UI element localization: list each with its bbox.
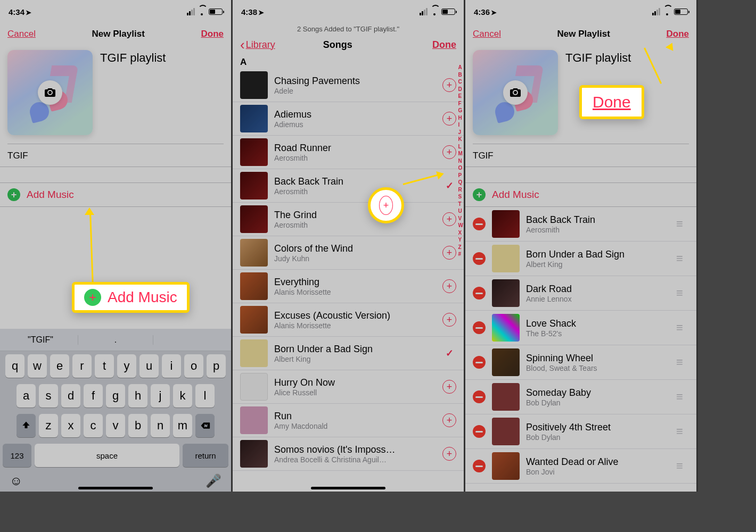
key-w[interactable]: w xyxy=(28,354,47,378)
key-g[interactable]: g xyxy=(106,384,125,408)
reorder-handle-icon[interactable]: ≡ xyxy=(676,425,689,438)
song-row[interactable]: Road RunnerAerosmith+ xyxy=(233,136,464,169)
camera-icon[interactable] xyxy=(38,80,62,105)
index-letter[interactable]: W xyxy=(458,222,463,229)
song-row[interactable]: AdiemusAdiemus+ xyxy=(233,102,464,136)
key-b[interactable]: b xyxy=(128,414,147,437)
num-key[interactable]: 123 xyxy=(3,444,31,467)
index-letter[interactable]: S xyxy=(458,193,463,201)
key-s[interactable]: s xyxy=(39,384,58,408)
playlist-song-row[interactable]: Born Under a Bad SignAlbert King≡ xyxy=(465,242,696,276)
playlist-song-row[interactable]: Wanted Dead or AliveBon Jovi≡ xyxy=(465,449,696,484)
key-o[interactable]: o xyxy=(184,354,203,378)
key-e[interactable]: e xyxy=(50,354,69,378)
key-q[interactable]: q xyxy=(5,354,24,378)
reorder-handle-icon[interactable]: ≡ xyxy=(676,355,689,369)
delete-song-button[interactable] xyxy=(473,390,486,403)
key-k[interactable]: k xyxy=(173,384,192,408)
delete-song-button[interactable] xyxy=(473,356,486,369)
playlist-artwork[interactable] xyxy=(7,50,93,135)
key-t[interactable]: t xyxy=(95,354,114,378)
index-letter[interactable]: D xyxy=(458,86,463,93)
song-row[interactable]: RunAmy Macdonald+ xyxy=(233,404,464,437)
add-music-button[interactable]: + Add Music xyxy=(465,183,696,207)
key-r[interactable]: r xyxy=(72,354,92,378)
index-letter[interactable]: F xyxy=(458,100,463,107)
key-p[interactable]: p xyxy=(207,354,226,378)
song-list[interactable]: Chasing PavementsAdele+AdiemusAdiemus+Ro… xyxy=(233,69,464,471)
index-letter[interactable]: A xyxy=(458,64,463,71)
index-letter[interactable]: Z xyxy=(458,244,463,251)
description-field[interactable]: TGIF xyxy=(465,144,696,167)
suggestion[interactable]: "TGIF" xyxy=(3,335,78,345)
index-letter[interactable]: Y xyxy=(458,236,463,244)
key-c[interactable]: c xyxy=(84,414,103,437)
home-indicator[interactable] xyxy=(311,487,385,489)
song-row[interactable]: Colors of the WindJudy Kuhn+ xyxy=(233,236,464,270)
index-letter[interactable]: P xyxy=(458,172,463,179)
delete-song-button[interactable] xyxy=(473,218,486,230)
add-song-button[interactable]: + xyxy=(442,212,456,226)
song-row[interactable]: Born Under a Bad SignAlbert King✓ xyxy=(233,337,464,370)
done-button[interactable]: Done xyxy=(432,39,456,51)
add-song-button[interactable]: + xyxy=(442,78,456,92)
delete-song-button[interactable] xyxy=(473,252,486,265)
suggestion-bar[interactable]: "TGIF" . . xyxy=(0,329,231,351)
song-row[interactable]: Hurry On NowAlice Russell+ xyxy=(233,370,464,404)
playlist-song-row[interactable]: Spinning WheelBlood, Sweat & Tears≡ xyxy=(465,345,696,380)
key-i[interactable]: i xyxy=(162,354,181,378)
add-song-button[interactable]: + xyxy=(442,246,456,260)
key-v[interactable]: v xyxy=(106,414,125,437)
reorder-handle-icon[interactable]: ≡ xyxy=(676,321,689,335)
add-music-button[interactable]: + Add Music xyxy=(0,183,231,207)
playlist-song-row[interactable]: Back Back TrainAerosmith≡ xyxy=(465,207,696,242)
song-row[interactable]: EverythingAlanis Morissette+ xyxy=(233,270,464,303)
delete-song-button[interactable] xyxy=(473,287,486,300)
add-song-button[interactable]: + xyxy=(442,145,456,159)
delete-song-button[interactable] xyxy=(473,460,486,472)
index-letter[interactable]: L xyxy=(458,143,463,151)
space-key[interactable]: space xyxy=(35,444,179,467)
song-row[interactable]: Somos novios (It's Imposs…Andrea Bocelli… xyxy=(233,437,464,471)
key-a[interactable]: a xyxy=(17,384,36,408)
add-song-button[interactable]: + xyxy=(442,112,456,126)
index-letter[interactable]: H xyxy=(458,114,463,122)
add-song-button[interactable]: + xyxy=(442,313,456,327)
key-z[interactable]: z xyxy=(39,414,58,437)
key-x[interactable]: x xyxy=(61,414,80,437)
reorder-handle-icon[interactable]: ≡ xyxy=(676,217,689,231)
return-key[interactable]: return xyxy=(183,444,228,467)
index-letter[interactable]: X xyxy=(458,229,463,237)
index-letter[interactable]: B xyxy=(458,71,463,79)
delete-key[interactable] xyxy=(195,414,215,437)
key-h[interactable]: h xyxy=(128,384,147,408)
song-row[interactable]: Chasing PavementsAdele+ xyxy=(233,69,464,102)
reorder-handle-icon[interactable]: ≡ xyxy=(676,459,689,473)
index-letter[interactable]: R xyxy=(458,186,463,194)
index-letter[interactable]: # xyxy=(458,251,463,258)
reorder-handle-icon[interactable]: ≡ xyxy=(676,286,689,300)
cancel-button[interactable]: Cancel xyxy=(473,29,501,39)
key-f[interactable]: f xyxy=(84,384,103,408)
keyboard[interactable]: "TGIF" . . qwertyuiop asdfghjkl zxcvbnm … xyxy=(0,329,231,492)
cancel-button[interactable]: Cancel xyxy=(7,29,36,39)
mic-key[interactable]: 🎤 xyxy=(206,473,221,488)
alphabet-index[interactable]: ABCDEFGHIJKLMNOPQRSTUVWXYZ# xyxy=(458,64,463,258)
song-row[interactable]: Back Back TrainAerosmith✓ xyxy=(233,169,464,203)
index-letter[interactable]: V xyxy=(458,215,463,222)
index-letter[interactable]: K xyxy=(458,136,463,143)
playlist-artwork[interactable] xyxy=(473,50,558,135)
delete-song-button[interactable] xyxy=(473,425,486,438)
index-letter[interactable]: O xyxy=(458,164,463,172)
playlist-title-field[interactable]: TGIF playlist xyxy=(565,50,631,65)
index-letter[interactable]: G xyxy=(458,107,463,114)
add-song-button[interactable]: + xyxy=(442,279,456,293)
key-u[interactable]: u xyxy=(139,354,159,378)
home-indicator[interactable] xyxy=(78,487,153,489)
add-song-button[interactable]: + xyxy=(442,413,456,427)
description-field[interactable]: TGIF xyxy=(0,144,231,167)
playlist-song-row[interactable]: Someday BabyBob Dylan≡ xyxy=(465,380,696,414)
key-d[interactable]: d xyxy=(61,384,80,408)
done-button[interactable]: Done xyxy=(666,29,689,39)
playlist-song-row[interactable]: Positively 4th StreetBob Dylan≡ xyxy=(465,414,696,449)
